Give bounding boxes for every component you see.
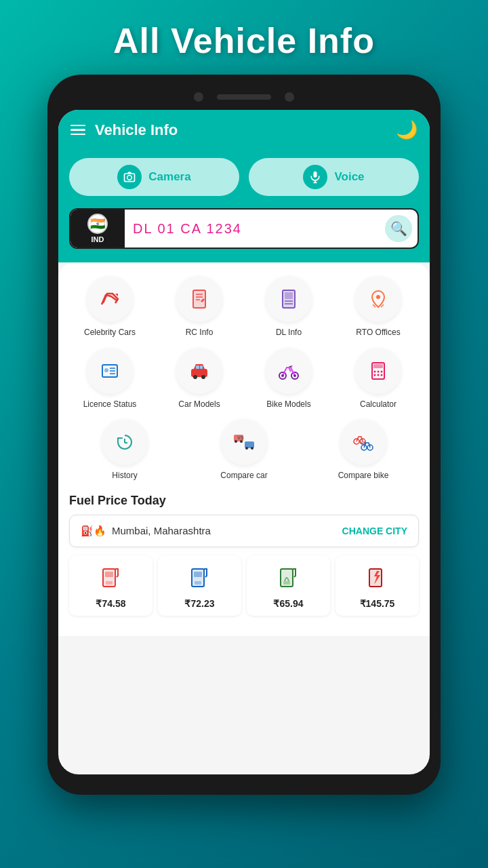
grid-row-3: History VS Compare c bbox=[69, 419, 419, 481]
camera-button[interactable]: Camera bbox=[69, 158, 239, 196]
svg-point-47 bbox=[245, 447, 248, 450]
svg-point-25 bbox=[193, 375, 197, 379]
bike-models-item[interactable]: Bike Models bbox=[248, 348, 329, 410]
search-button[interactable]: 🔍 bbox=[380, 210, 418, 248]
camera-label: Camera bbox=[148, 170, 190, 184]
svg-point-48 bbox=[251, 447, 253, 450]
celebrity-cars-item[interactable]: Celebrity Cars bbox=[69, 276, 150, 338]
action-buttons-bar: Camera Voice bbox=[58, 150, 430, 208]
menu-button[interactable] bbox=[70, 125, 85, 136]
fuel-city-name: ⛽🔥 Mumbai, Maharashtra bbox=[81, 525, 211, 537]
svg-rect-57 bbox=[105, 572, 113, 577]
phone-notch bbox=[58, 87, 430, 110]
fuel-section-title: Fuel Price Today bbox=[69, 494, 419, 508]
svg-rect-27 bbox=[196, 366, 199, 369]
petrol-price: ₹74.58 bbox=[96, 598, 125, 609]
svg-text:VS: VS bbox=[361, 441, 366, 445]
search-bar: 🇮🇳 IND 🔍 bbox=[69, 208, 419, 249]
rto-offices-item[interactable]: RTO Offices bbox=[338, 276, 419, 338]
svg-point-1 bbox=[127, 176, 132, 180]
diesel-price: ₹72.23 bbox=[184, 598, 214, 609]
city-text: Mumbai, Maharashtra bbox=[112, 525, 211, 536]
calculator-label: Calculator bbox=[360, 399, 396, 410]
sensor bbox=[285, 92, 294, 102]
change-city-button[interactable]: CHANGE CITY bbox=[342, 526, 407, 536]
compare-car-label: Compare car bbox=[220, 471, 267, 481]
diesel-icon bbox=[188, 562, 212, 594]
compare-bike-icon: VS bbox=[340, 419, 386, 465]
petrol-icon bbox=[99, 562, 123, 594]
bike-models-label: Bike Models bbox=[266, 399, 310, 410]
electric-card: ₹145.75 bbox=[336, 555, 419, 616]
car-models-icon bbox=[176, 348, 222, 394]
compare-bike-item[interactable]: VS Compare bike bbox=[308, 419, 419, 481]
speaker bbox=[217, 94, 271, 100]
calculator-item[interactable]: Calculator bbox=[338, 348, 419, 410]
bike-models-icon bbox=[266, 348, 312, 394]
svg-point-26 bbox=[201, 375, 205, 379]
cng-card: ₹65.94 bbox=[247, 555, 330, 616]
grid-row-1: Celebrity Cars RC Info bbox=[69, 276, 419, 338]
dl-info-item[interactable]: DL Info bbox=[248, 276, 329, 338]
country-code: IND bbox=[92, 235, 104, 243]
dark-mode-button[interactable]: 🌙 bbox=[396, 119, 418, 140]
country-flag: 🇮🇳 IND bbox=[70, 210, 125, 248]
svg-point-32 bbox=[293, 374, 296, 377]
licence-status-item[interactable]: Licence Status bbox=[69, 348, 150, 410]
licence-status-icon bbox=[87, 348, 133, 394]
svg-point-38 bbox=[374, 374, 376, 376]
phone-screen: Vehicle Info 🌙 Camera bbox=[58, 110, 430, 774]
history-item[interactable]: History bbox=[69, 419, 180, 481]
camera-icon bbox=[117, 165, 142, 189]
car-models-item[interactable]: Car Models bbox=[159, 348, 240, 410]
svg-rect-58 bbox=[106, 581, 113, 585]
svg-rect-34 bbox=[373, 364, 383, 368]
svg-rect-13 bbox=[285, 292, 293, 299]
search-section: 🇮🇳 IND 🔍 bbox=[58, 208, 430, 262]
svg-rect-28 bbox=[200, 366, 203, 369]
svg-text:VS: VS bbox=[237, 435, 244, 440]
history-label: History bbox=[112, 471, 137, 481]
license-plate-input[interactable] bbox=[125, 210, 380, 248]
svg-point-36 bbox=[378, 370, 380, 372]
celebrity-cars-label: Celebrity Cars bbox=[84, 328, 136, 338]
svg-point-16 bbox=[376, 295, 380, 299]
fuel-prices-grid: ₹74.58 ₹72.23 bbox=[69, 555, 419, 623]
svg-rect-65 bbox=[283, 581, 290, 585]
svg-point-35 bbox=[374, 370, 376, 372]
microphone-icon bbox=[303, 165, 327, 189]
fuel-section: Fuel Price Today ⛽🔥 Mumbai, Maharashtra … bbox=[69, 494, 419, 623]
car-models-label: Car Models bbox=[178, 399, 220, 410]
phone-frame: Vehicle Info 🌙 Camera bbox=[47, 75, 441, 795]
cng-price: ₹65.94 bbox=[273, 598, 303, 609]
svg-point-46 bbox=[240, 440, 243, 443]
front-camera bbox=[194, 92, 203, 102]
app-header: Vehicle Info 🌙 bbox=[58, 110, 430, 150]
compare-car-item[interactable]: VS Compare car bbox=[188, 419, 300, 481]
svg-point-31 bbox=[281, 374, 284, 377]
electric-price: ₹145.75 bbox=[360, 598, 395, 609]
petrol-card: ₹74.58 bbox=[69, 555, 152, 616]
svg-rect-66 bbox=[369, 569, 382, 587]
india-flag: 🇮🇳 bbox=[87, 214, 108, 234]
dl-info-icon bbox=[266, 276, 312, 322]
licence-status-label: Licence Status bbox=[83, 399, 137, 410]
electric-icon bbox=[365, 562, 390, 594]
rto-offices-label: RTO Offices bbox=[356, 328, 400, 338]
rc-info-icon bbox=[176, 276, 222, 322]
svg-rect-61 bbox=[194, 572, 202, 577]
voice-button[interactable]: Voice bbox=[249, 158, 419, 196]
calculator-icon bbox=[355, 348, 401, 394]
compare-bike-label: Compare bike bbox=[338, 471, 389, 481]
svg-rect-2 bbox=[314, 172, 317, 178]
history-icon bbox=[102, 419, 148, 465]
fuel-city-bar: ⛽🔥 Mumbai, Maharashtra CHANGE CITY bbox=[69, 515, 419, 547]
cng-icon bbox=[277, 562, 301, 594]
celebrity-cars-icon bbox=[87, 276, 133, 322]
dl-info-label: DL Info bbox=[276, 328, 302, 338]
search-icon: 🔍 bbox=[385, 215, 412, 242]
rc-info-label: RC Info bbox=[186, 328, 214, 338]
grid-row-2: Licence Status Car Models bbox=[69, 348, 419, 410]
rc-info-item[interactable]: RC Info bbox=[159, 276, 240, 338]
main-content: Celebrity Cars RC Info bbox=[58, 262, 430, 636]
